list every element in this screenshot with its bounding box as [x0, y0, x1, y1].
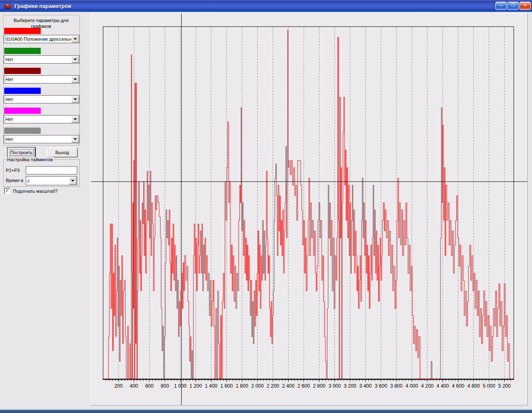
svg-text:3 800: 3 800: [390, 383, 403, 389]
param-select-5-value: Нет: [4, 117, 71, 122]
dropdown-arrow-icon[interactable]: [69, 177, 76, 184]
svg-text:5 000: 5 000: [483, 383, 495, 389]
param-select-1-value: 01/0A00 Положение дроссельн: [4, 37, 71, 42]
param-select-1[interactable]: 01/0A00 Положение дроссельн: [4, 35, 80, 43]
car-icon: [3, 3, 12, 10]
svg-text:3 000: 3 000: [328, 383, 341, 389]
title-bar: Графики параметров — ❐ ✕: [0, 0, 532, 12]
fit-scale-checkbox[interactable]: ✓: [4, 188, 10, 194]
close-button[interactable]: ✕: [520, 2, 531, 10]
svg-text:1 000: 1 000: [174, 383, 187, 389]
dropdown-arrow-icon[interactable]: [71, 56, 79, 63]
svg-text:4 200: 4 200: [421, 383, 433, 389]
param-select-3[interactable]: Нет: [4, 75, 80, 84]
time-unit-label: Время в: [6, 178, 23, 183]
parameter-graph[interactable]: 2004006008001 0001 2001 4001 6001 8002 0…: [91, 13, 527, 405]
svg-text:2 800: 2 800: [313, 383, 325, 389]
param-select-4[interactable]: Нет: [4, 95, 80, 103]
parameter-group-title: Выберите параметры для графиков: [3, 17, 79, 29]
timings-group-title: Настройка таймингов: [6, 157, 54, 162]
svg-text:4 400: 4 400: [436, 383, 449, 389]
svg-text:3 400: 3 400: [359, 383, 372, 389]
param-select-6-value: Нет: [4, 137, 71, 142]
svg-text:1 400: 1 400: [205, 383, 217, 389]
param-select-2[interactable]: Нет: [4, 55, 80, 64]
p2p3-label: P2+P3: [6, 168, 20, 173]
svg-text:2 600: 2 600: [298, 383, 310, 389]
dropdown-arrow-icon[interactable]: [71, 116, 79, 123]
color-swatch-3: [4, 68, 41, 74]
svg-text:2 200: 2 200: [267, 383, 279, 389]
color-swatch-5: [4, 108, 41, 114]
window-bottom-border: [0, 408, 532, 413]
color-swatch-4: [4, 88, 41, 94]
dropdown-arrow-icon[interactable]: [71, 96, 79, 103]
chart-panel[interactable]: 2004006008001 0001 2001 4001 6001 8002 0…: [91, 13, 528, 406]
time-unit-value: с: [26, 178, 69, 183]
svg-text:600: 600: [145, 383, 153, 389]
svg-text:1 800: 1 800: [236, 383, 248, 389]
app-window: Графики параметров — ❐ ✕ Выберите параме…: [0, 0, 532, 413]
color-swatch-2: [4, 48, 41, 54]
svg-text:4 600: 4 600: [452, 383, 464, 389]
param-select-5[interactable]: Нет: [4, 115, 80, 123]
color-swatch-6: [4, 128, 41, 134]
svg-text:2 000: 2 000: [251, 383, 264, 389]
svg-text:1 200: 1 200: [190, 383, 202, 389]
svg-text:4 800: 4 800: [467, 383, 480, 389]
param-select-2-value: Нет: [4, 57, 71, 62]
dropdown-arrow-icon[interactable]: [71, 76, 79, 83]
fit-scale-label: Подогнать масштаб?: [13, 189, 58, 194]
minimize-button[interactable]: —: [495, 2, 507, 10]
svg-text:5 200: 5 200: [498, 383, 511, 389]
window-title: Графики параметров: [15, 3, 71, 9]
dropdown-arrow-icon[interactable]: [71, 36, 79, 42]
color-swatch-1: [4, 28, 41, 34]
maximize-button[interactable]: ❐: [507, 2, 519, 10]
svg-text:1 600: 1 600: [220, 383, 233, 389]
time-unit-select[interactable]: с: [26, 176, 77, 185]
svg-text:200: 200: [114, 383, 123, 389]
svg-text:3 600: 3 600: [375, 383, 387, 389]
dropdown-arrow-icon[interactable]: [71, 136, 79, 143]
p2p3-input[interactable]: [26, 167, 77, 175]
svg-text:400: 400: [130, 383, 138, 389]
param-select-3-value: Нет: [4, 77, 71, 82]
p2p3-field-wrap: [26, 166, 77, 175]
param-select-6[interactable]: Нет: [4, 135, 80, 143]
exit-button[interactable]: Выход: [47, 148, 78, 157]
svg-text:4 000: 4 000: [406, 383, 418, 389]
svg-text:2 400: 2 400: [282, 383, 295, 389]
svg-text:800: 800: [161, 383, 169, 389]
param-select-4-value: Нет: [4, 97, 71, 102]
build-button[interactable]: Построить: [7, 148, 35, 157]
svg-text:3 200: 3 200: [344, 383, 356, 389]
